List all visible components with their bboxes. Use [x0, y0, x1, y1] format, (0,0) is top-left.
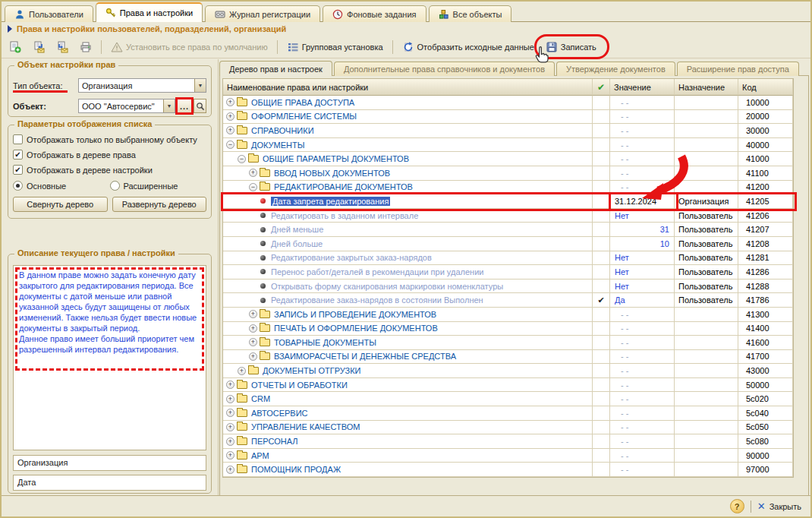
tree-row-name-cell[interactable]: +АРМ	[223, 449, 593, 463]
tree-row-check-cell[interactable]	[593, 378, 610, 393]
collapse-minus-icon[interactable]: −	[249, 183, 257, 191]
tree-row-name-cell[interactable]: −РЕДАКТИРОВАНИЕ ДОКУМЕНТОВ	[223, 181, 593, 195]
tree-row[interactable]: +ВЗАИМОРАСЧЕТЫ И ДЕНЕЖНЫЕ СРЕДСТВА- -417…	[223, 350, 793, 365]
tree-row-value-cell[interactable]: - -	[610, 166, 675, 181]
tree-row-code-cell[interactable]: 5c020	[738, 392, 793, 406]
tree-row-code-cell[interactable]: 41207	[738, 223, 793, 237]
tree-row-name-cell[interactable]: Дней больше	[223, 237, 593, 251]
tree-row-assign-cell[interactable]	[675, 166, 738, 181]
tree-row-check-cell[interactable]	[593, 265, 610, 280]
expand-plus-icon[interactable]: +	[249, 338, 257, 346]
tree-row-assign-cell[interactable]	[675, 421, 738, 435]
expand-plus-icon[interactable]: +	[226, 409, 234, 417]
expand-plus-icon[interactable]: +	[226, 126, 234, 134]
tree-row-name-cell[interactable]: +АВТОСЕРВИС	[223, 406, 593, 421]
tree-row-assign-cell[interactable]	[675, 124, 738, 138]
tree-row-code-cell[interactable]: 41200	[738, 181, 793, 195]
right-object-type-field[interactable]: Организация	[13, 455, 206, 471]
tree-row-code-cell[interactable]: 41400	[738, 322, 793, 336]
tree-row-value-cell[interactable]: Нет	[610, 280, 675, 294]
tree-row-check-cell[interactable]	[593, 110, 610, 125]
chevron-down-icon[interactable]: ▼	[163, 99, 175, 112]
tree-row-code-cell[interactable]: 41300	[738, 308, 793, 322]
tree-row-name-cell[interactable]: +УПРАВЛЕНИЕ КАЧЕСТВОМ	[223, 421, 593, 435]
tree-row-name-cell[interactable]: +ОТЧЕТЫ И ОБРАБОТКИ	[223, 378, 593, 393]
tree-row-value-cell[interactable]: Нет	[610, 265, 675, 280]
tree-row-code-cell[interactable]: 43000	[738, 364, 793, 378]
tree-row-code-cell[interactable]: 41700	[738, 350, 793, 365]
tree-row[interactable]: +ТОВАРНЫЕ ДОКУМЕНТЫ- -41600	[223, 336, 793, 350]
collapse-minus-icon[interactable]: −	[226, 141, 234, 149]
tree-row-check-cell[interactable]	[593, 364, 610, 378]
tree-row-check-cell[interactable]	[593, 392, 610, 406]
tree-row-value-cell[interactable]: - -	[610, 96, 675, 110]
tree-row-assign-cell[interactable]: Пользователь	[675, 237, 738, 251]
column-header-assign[interactable]: Назначение	[675, 79, 738, 96]
tree-row-check-cell[interactable]: ✔	[593, 293, 610, 308]
tree-row-assign-cell[interactable]	[675, 406, 738, 421]
tree-row[interactable]: −ОБЩИЕ ПАРАМЕТРЫ ДОКУМЕНТОВ- -41000	[223, 152, 793, 166]
tree-row-value-cell[interactable]: - -	[610, 463, 675, 477]
tree-row[interactable]: +АВТОСЕРВИС- -5c040	[223, 406, 793, 421]
tree-row[interactable]: +ОБЩИЕ ПРАВА ДОСТУПА- -10000	[223, 96, 793, 110]
tree-row-check-cell[interactable]	[593, 223, 610, 237]
close-button[interactable]: ✕ Закрыть	[757, 501, 801, 512]
tree-row-code-cell[interactable]: 41205	[738, 194, 793, 209]
expand-plus-icon[interactable]: +	[226, 381, 234, 389]
tree-row[interactable]: Редактировать в заданном интервалеНетПол…	[223, 209, 793, 223]
copy-rights-from-button[interactable]	[52, 39, 72, 55]
show-source-data-button[interactable]: Отобразить исходные данные	[398, 39, 538, 55]
rights-tab-1[interactable]: Дополнительные права справочников и доку…	[334, 62, 555, 76]
tree-row[interactable]: Дата запрета редактирования31.12.2024Орг…	[223, 194, 793, 209]
tree-row-name-cell[interactable]: +СПРАВОЧНИКИ	[223, 124, 593, 138]
tree-row-check-cell[interactable]	[593, 406, 610, 421]
tree-row-assign-cell[interactable]	[675, 434, 738, 449]
expand-plus-icon[interactable]: +	[226, 98, 234, 106]
expand-plus-icon[interactable]: +	[226, 112, 234, 121]
tree-row-assign-cell[interactable]: Пользователь	[675, 280, 738, 294]
tree-row-check-cell[interactable]	[593, 350, 610, 365]
tree-row-value-cell[interactable]: - -	[610, 124, 675, 138]
tree-row-assign-cell[interactable]: Пользователь	[675, 265, 738, 280]
tree-row-value-cell[interactable]: - -	[610, 350, 675, 365]
tree-row-code-cell[interactable]: 41288	[738, 280, 793, 294]
tree-row-name-cell[interactable]: +ОФОРМЛЕНИЕ СИСТЕМЫ	[223, 110, 593, 125]
set-default-rights-button[interactable]: Установить все права по умолчанию	[107, 39, 272, 55]
tree-row-value-cell[interactable]: Нет	[610, 251, 675, 266]
tree-row-value-cell[interactable]: 31	[610, 223, 675, 237]
collapse-tree-button[interactable]: Свернуть дерево	[13, 197, 108, 212]
tree-row-name-cell[interactable]: +ПОМОЩНИК ПРОДАЖ	[223, 463, 593, 477]
save-button[interactable]: Записать	[542, 39, 600, 55]
tree-row-name-cell[interactable]: +ПЕРСОНАЛ	[223, 434, 593, 449]
expand-tree-button[interactable]: Развернуть дерево	[112, 197, 207, 212]
tree-row[interactable]: −ДОКУМЕНТЫ- -40000	[223, 138, 793, 153]
tree-row-code-cell[interactable]: 41208	[738, 237, 793, 251]
tree-row[interactable]: −РЕДАКТИРОВАНИЕ ДОКУМЕНТОВ- -41200	[223, 181, 793, 195]
tree-row-value-cell[interactable]: - -	[610, 322, 675, 336]
object-search-button[interactable]	[194, 99, 206, 113]
tree-row-assign-cell[interactable]	[675, 378, 738, 393]
column-header-name[interactable]: Наименование права или настройки	[223, 79, 593, 96]
tree-row[interactable]: +ОТЧЕТЫ И ОБРАБОТКИ- -50000	[223, 378, 793, 393]
tree-row-code-cell[interactable]: 97000	[738, 463, 793, 477]
column-header-code[interactable]: Код	[738, 79, 793, 96]
tree-row-check-cell[interactable]	[593, 308, 610, 322]
tree-row[interactable]: Дней меньше31Пользователь41207	[223, 223, 793, 237]
tree-row-check-cell[interactable]	[593, 209, 610, 223]
tree-row-assign-cell[interactable]	[675, 96, 738, 110]
tree-row-assign-cell[interactable]: Пользователь	[675, 251, 738, 266]
tree-row-name-cell[interactable]: Дней меньше	[223, 223, 593, 237]
tree-row-name-cell[interactable]: −ДОКУМЕНТЫ	[223, 138, 593, 153]
tree-row-check-cell[interactable]	[593, 96, 610, 110]
tree-row-code-cell[interactable]: 41000	[738, 152, 793, 166]
tree-row-code-cell[interactable]: 10000	[738, 96, 793, 110]
tree-row[interactable]: +АРМ- -90000	[223, 449, 793, 463]
tree-row-check-cell[interactable]	[593, 166, 610, 181]
tab-users[interactable]: Пользователи	[5, 5, 93, 22]
tree-row-assign-cell[interactable]	[675, 110, 738, 125]
tree-row-code-cell[interactable]: 30000	[738, 124, 793, 138]
tree-row[interactable]: Дней больше10Пользователь41208	[223, 237, 793, 251]
column-header-value[interactable]: Значение	[610, 79, 675, 96]
expand-plus-icon[interactable]: +	[226, 437, 234, 446]
tree-row-check-cell[interactable]	[593, 124, 610, 138]
